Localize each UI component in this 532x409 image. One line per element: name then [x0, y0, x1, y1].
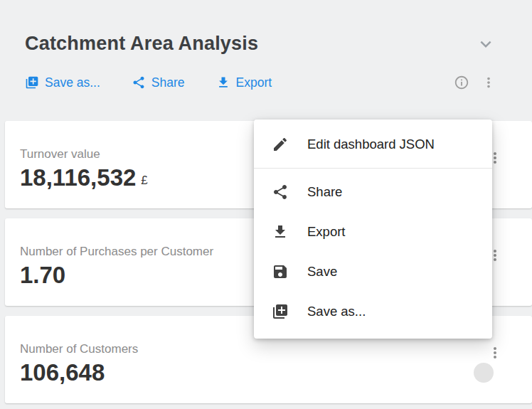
menu-item-export[interactable]: Export	[254, 212, 492, 252]
card-more-vert-icon[interactable]	[486, 344, 504, 361]
dashboard-header: Catchment Area Analysis Save as... Share	[0, 0, 532, 90]
menu-item-label: Save as...	[307, 304, 366, 319]
info-icon[interactable]	[454, 75, 469, 90]
share-button[interactable]: Share	[132, 75, 185, 90]
kpi-unit: £	[141, 174, 147, 191]
download-icon	[216, 75, 230, 90]
menu-item-edit-dashboard-json[interactable]: Edit dashboard JSON	[254, 124, 492, 164]
kpi-value: 1.70	[20, 262, 65, 288]
save-as-icon	[272, 303, 289, 320]
dashboard-page: Catchment Area Analysis Save as... Share	[0, 0, 532, 409]
kpi-value-row: 106,648	[20, 360, 532, 386]
dashboard-context-menu: Edit dashboard JSON Share Export Save	[254, 119, 492, 339]
menu-item-share[interactable]: Share	[254, 172, 492, 212]
save-as-icon	[25, 75, 39, 90]
page-title: Catchment Area Analysis	[25, 33, 475, 55]
menu-item-label: Share	[307, 184, 342, 200]
export-button[interactable]: Export	[216, 75, 272, 90]
menu-item-label: Save	[307, 264, 337, 280]
menu-item-label: Export	[307, 224, 345, 240]
kpi-value: 18,116,532	[20, 165, 136, 191]
menu-item-save[interactable]: Save	[254, 252, 492, 292]
kpi-value: 106,648	[20, 360, 105, 386]
edit-icon	[272, 136, 289, 153]
kpi-label: Number of Customers	[20, 342, 532, 356]
save-as-label: Save as...	[45, 75, 100, 90]
status-dot	[474, 363, 494, 383]
toolbar: Save as... Share Export	[25, 75, 532, 90]
save-as-button[interactable]: Save as...	[25, 75, 100, 90]
share-icon	[132, 75, 146, 90]
export-label: Export	[236, 75, 272, 90]
download-icon	[272, 223, 289, 240]
chevron-down-icon[interactable]	[475, 33, 496, 55]
title-row: Catchment Area Analysis	[25, 33, 532, 55]
share-icon	[272, 184, 289, 201]
save-icon	[272, 263, 289, 280]
header-more-vert-icon[interactable]	[481, 75, 496, 90]
menu-item-save-as[interactable]: Save as...	[254, 292, 492, 331]
menu-divider	[254, 168, 492, 169]
menu-item-label: Edit dashboard JSON	[307, 137, 435, 152]
share-label: Share	[151, 75, 185, 90]
